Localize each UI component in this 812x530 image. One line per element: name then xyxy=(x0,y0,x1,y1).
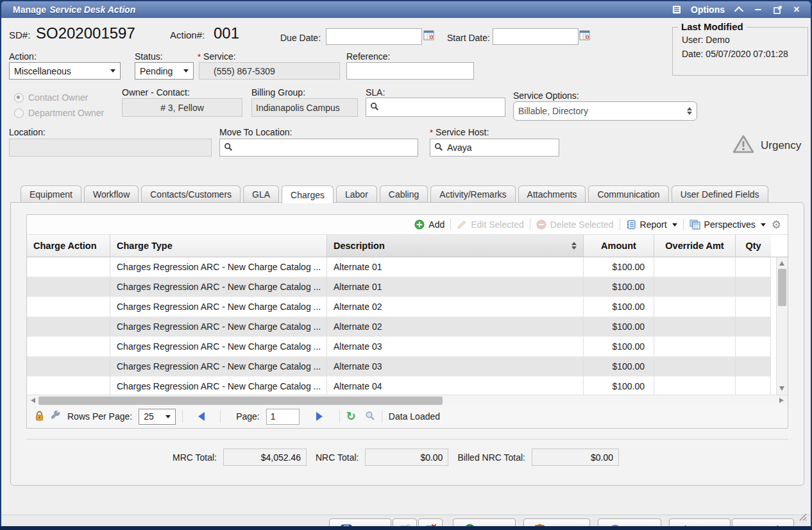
service-options-select[interactable]: Billable, Directory xyxy=(513,101,697,121)
start-date-input[interactable] xyxy=(493,28,579,45)
service-field: (555) 867-5309 xyxy=(199,62,340,80)
urgency-label: Urgency xyxy=(761,139,801,152)
sort-icon xyxy=(571,242,577,250)
lock-icon[interactable] xyxy=(35,411,44,423)
tab-user-defined-fields[interactable]: User Defined Fields xyxy=(672,185,768,202)
add-plus-icon xyxy=(414,219,425,230)
report-button[interactable]: Report xyxy=(626,219,677,230)
column-header-override-amt[interactable]: Override Amt xyxy=(654,235,736,257)
table-row[interactable]: Charges Regression ARC - New Charge Cata… xyxy=(27,277,788,297)
grid-status-text: Data Loaded xyxy=(389,411,440,422)
sla-search-input[interactable] xyxy=(366,98,505,117)
service-host-label: *Service Host: xyxy=(430,127,489,137)
scroll-left-icon[interactable] xyxy=(31,398,35,403)
window-title-prefix: Manage xyxy=(13,4,46,15)
reference-input[interactable] xyxy=(346,62,474,80)
wrench-icon[interactable] xyxy=(51,411,61,423)
grid-body: Charges Regression ARC - New Charge Cata… xyxy=(27,257,788,395)
prev-page-icon[interactable] xyxy=(198,412,205,421)
edit-selected-button: Edit Selected xyxy=(457,219,524,230)
rows-per-page-label: Rows Per Page: xyxy=(67,411,132,422)
service-label: *Service: xyxy=(198,51,236,62)
grid-toolbar: Add Edit Selected Delete Selected xyxy=(27,215,788,235)
last-modified-title: Last Modified xyxy=(678,21,747,32)
tab-activity-remarks[interactable]: Activity/Remarks xyxy=(430,185,515,202)
perspectives-icon xyxy=(689,219,700,230)
table-row[interactable]: Charges Regression ARC - New Charge Cata… xyxy=(27,297,788,317)
scroll-right-icon[interactable] xyxy=(779,398,784,403)
chevron-down-icon xyxy=(110,69,115,73)
table-row[interactable]: Charges Regression ARC - New Charge Cata… xyxy=(27,377,788,395)
pencil-icon xyxy=(457,219,467,230)
window-title-emphasis: Service Desk Action xyxy=(49,4,135,15)
table-row[interactable]: Charges Regression ARC - New Charge Cata… xyxy=(27,317,788,337)
tab-equipment[interactable]: Equipment xyxy=(21,185,81,202)
last-modified-user: User: Demo xyxy=(673,33,808,47)
search-icon xyxy=(224,142,233,153)
required-asterisk: * xyxy=(198,52,201,62)
table-row[interactable]: Charges Regression ARC - New Charge Cata… xyxy=(27,337,788,357)
search-grid-icon[interactable] xyxy=(365,411,375,423)
tab-charges[interactable]: Charges xyxy=(282,185,334,203)
nrc-total-label: NRC Total: xyxy=(316,452,359,463)
contact-owner-radio[interactable]: Contact Owner xyxy=(14,92,104,103)
table-row[interactable]: Charges Regression ARC - New Charge Cata… xyxy=(27,357,788,377)
due-date-calendar-icon[interactable] xyxy=(423,30,434,43)
add-button[interactable]: Add xyxy=(414,219,444,230)
sd-number-value: SO202001597 xyxy=(36,24,135,42)
tab-contacts-customers[interactable]: Contacts/Customers xyxy=(141,185,241,202)
column-header-qty[interactable]: Qty xyxy=(736,235,771,257)
action-number-value: 001 xyxy=(214,24,239,42)
collapse-icon[interactable] xyxy=(734,4,744,15)
gear-icon[interactable]: ⚙ xyxy=(772,219,781,230)
scroll-up-icon[interactable] xyxy=(779,261,784,266)
status-select[interactable]: Pending xyxy=(135,62,194,80)
rows-per-page-select[interactable]: 25 xyxy=(139,409,176,425)
close-icon[interactable]: × xyxy=(791,4,802,15)
refresh-icon[interactable]: ↻ xyxy=(346,411,356,422)
minus-circle-icon xyxy=(536,219,546,230)
next-page-icon[interactable] xyxy=(316,412,323,421)
start-date-label: Start Date: xyxy=(447,33,490,43)
scrollbar-thumb[interactable] xyxy=(38,397,443,405)
column-header-amount[interactable]: Amount xyxy=(584,235,654,257)
due-date-input[interactable] xyxy=(326,28,422,45)
radio-unselected-icon xyxy=(14,108,24,118)
column-header-charge-type[interactable]: Charge Type xyxy=(110,235,327,257)
table-row[interactable]: Charges Regression ARC - New Charge Cata… xyxy=(27,257,788,277)
urgency-indicator[interactable]: Urgency xyxy=(732,135,801,157)
nrc-total-field: $0.00 xyxy=(365,449,448,466)
dialog-body: SD#: SO202001597 Action#: 001 Due Date: … xyxy=(1,18,811,526)
options-button[interactable]: Options xyxy=(691,4,725,15)
totals-row: MRC Total: $4,052.46 NRC Total: $0.00 Bi… xyxy=(26,439,788,466)
last-modified-date: Date: 05/07/2020 07:01:28 xyxy=(673,47,808,61)
warning-triangle-icon xyxy=(732,135,754,157)
last-modified-panel: Last Modified User: Demo Date: 05/07/202… xyxy=(672,27,808,76)
page-input[interactable] xyxy=(266,409,300,425)
move-to-location-search-input[interactable] xyxy=(219,139,418,157)
billing-group-field: Indianapolis Campus xyxy=(251,98,358,117)
tab-attachments[interactable]: Attachments xyxy=(518,185,586,202)
tab-workflow[interactable]: Workflow xyxy=(84,185,139,202)
action-select[interactable]: Miscellaneous xyxy=(9,62,121,80)
tab-gla[interactable]: GLA xyxy=(243,185,279,202)
scroll-down-icon[interactable] xyxy=(779,386,784,391)
location-field xyxy=(9,139,212,157)
popout-icon[interactable] xyxy=(772,4,782,15)
department-owner-radio[interactable]: Department Owner xyxy=(14,108,104,118)
start-date-calendar-icon[interactable] xyxy=(579,30,590,43)
service-host-search-input[interactable]: Avaya xyxy=(430,139,559,157)
owner-radio-group: Contact Owner Department Owner xyxy=(14,92,104,123)
tab-labor[interactable]: Labor xyxy=(336,185,377,202)
column-header-description[interactable]: Description xyxy=(327,235,584,257)
page-label: Page: xyxy=(236,411,260,422)
tab-cabling[interactable]: Cabling xyxy=(380,185,428,202)
grid-header-row: Charge Action Charge Type Description Am… xyxy=(27,235,788,257)
tab-communication[interactable]: Communication xyxy=(588,185,668,202)
column-header-charge-action[interactable]: Charge Action xyxy=(27,235,110,257)
scrollbar-thumb[interactable] xyxy=(778,269,786,306)
perspectives-button[interactable]: Perspectives xyxy=(689,219,766,230)
minimize-icon[interactable] xyxy=(753,4,763,15)
resize-handle[interactable] xyxy=(799,513,807,521)
vertical-scrollbar[interactable] xyxy=(776,257,788,395)
